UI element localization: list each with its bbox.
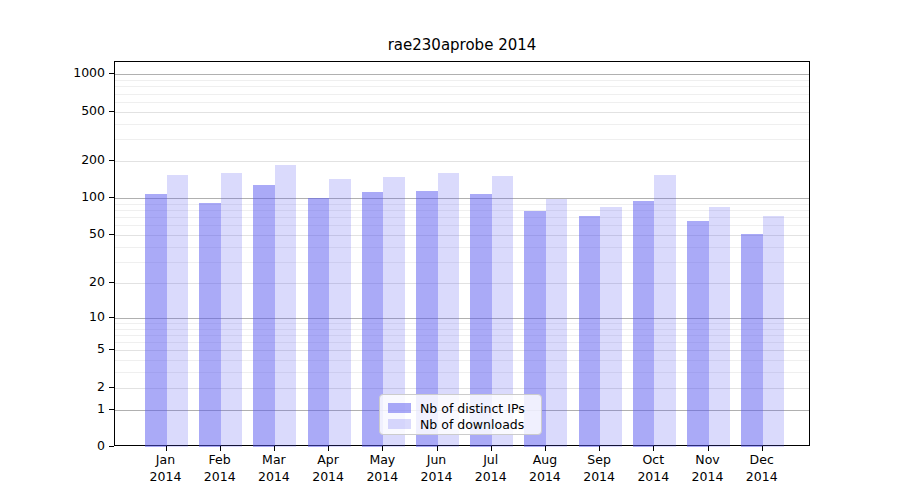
legend: Nb of distinct IPs Nb of downloads — [379, 394, 542, 435]
ytick-mark-1 — [109, 409, 114, 410]
ytick-mark-5 — [109, 349, 114, 350]
xtick-mark-dec — [762, 446, 763, 451]
gridline-labeled-minor-200 — [115, 161, 809, 162]
xtick-mark-may — [382, 446, 383, 451]
legend-label-distinct-ips: Nb of distinct IPs — [420, 401, 525, 416]
legend-swatch-downloads — [388, 419, 411, 429]
ytick-label-0: 0 — [45, 439, 105, 453]
xtick-mark-jan — [166, 446, 167, 451]
figure: rae230aprobe 2014 Nb of distinct IPs Nb … — [0, 0, 900, 500]
ytick-label-5: 5 — [45, 342, 105, 356]
xtick-mark-mar — [274, 446, 275, 451]
gridline-major-100 — [115, 198, 809, 199]
bar-distinct-ips-oct — [633, 201, 655, 447]
gridline-minor-600 — [115, 102, 809, 103]
legend-swatch-distinct-ips — [388, 403, 411, 413]
bar-downloads-aug — [546, 199, 568, 447]
ytick-label-100: 100 — [45, 190, 105, 204]
ytick-label-2: 2 — [45, 380, 105, 394]
ytick-mark-200 — [109, 160, 114, 161]
bar-distinct-ips-sep — [579, 216, 601, 447]
xtick-mark-aug — [545, 446, 546, 451]
gridline-minor-300 — [115, 139, 809, 140]
ytick-label-1: 1 — [45, 402, 105, 416]
bar-distinct-ips-jan — [145, 194, 167, 447]
gridline-minor-700 — [115, 94, 809, 95]
ytick-label-50: 50 — [45, 227, 105, 241]
xtick-mark-jul — [491, 446, 492, 451]
xtick-mark-sep — [599, 446, 600, 451]
xtick-mark-oct — [653, 446, 654, 451]
ytick-label-10: 10 — [45, 310, 105, 324]
bar-downloads-dec — [763, 216, 785, 447]
bar-distinct-ips-nov — [687, 221, 709, 447]
xtick-mark-apr — [328, 446, 329, 451]
ytick-mark-500 — [109, 111, 114, 112]
xtick-label-dec: Dec2014 — [730, 452, 794, 485]
gridline-major-1000 — [115, 74, 809, 75]
gridline-minor-900 — [115, 80, 809, 81]
legend-row-distinct-ips: Nb of distinct IPs — [388, 400, 541, 416]
bar-downloads-apr — [329, 179, 351, 447]
ytick-mark-100 — [109, 197, 114, 198]
ytick-label-20: 20 — [45, 275, 105, 289]
bar-downloads-feb — [221, 173, 243, 447]
ytick-mark-0 — [109, 446, 114, 447]
legend-label-downloads: Nb of downloads — [420, 417, 524, 432]
ytick-mark-10 — [109, 317, 114, 318]
plot-area: Nb of distinct IPs Nb of downloads — [114, 61, 810, 446]
bar-distinct-ips-dec — [741, 234, 763, 447]
ytick-label-1000: 1000 — [45, 66, 105, 80]
gridline-minor-400 — [115, 124, 809, 125]
xtick-mark-feb — [220, 446, 221, 451]
ytick-mark-2 — [109, 387, 114, 388]
gridline-minor-800 — [115, 86, 809, 87]
bar-distinct-ips-mar — [253, 185, 275, 447]
ytick-label-200: 200 — [45, 153, 105, 167]
ytick-mark-1000 — [109, 73, 114, 74]
xtick-mark-jun — [437, 446, 438, 451]
bar-distinct-ips-feb — [199, 203, 221, 448]
bar-distinct-ips-apr — [308, 198, 330, 448]
bar-downloads-mar — [275, 165, 297, 447]
ytick-label-500: 500 — [45, 104, 105, 118]
bar-downloads-jan — [167, 175, 189, 447]
gridline-labeled-minor-500 — [115, 112, 809, 113]
xtick-mark-nov — [708, 446, 709, 451]
ytick-mark-20 — [109, 282, 114, 283]
bar-downloads-nov — [709, 207, 731, 447]
bar-downloads-sep — [600, 207, 622, 447]
chart-title: rae230aprobe 2014 — [114, 36, 810, 54]
bar-downloads-oct — [654, 175, 676, 447]
ytick-mark-50 — [109, 234, 114, 235]
legend-row-downloads: Nb of downloads — [388, 416, 541, 432]
